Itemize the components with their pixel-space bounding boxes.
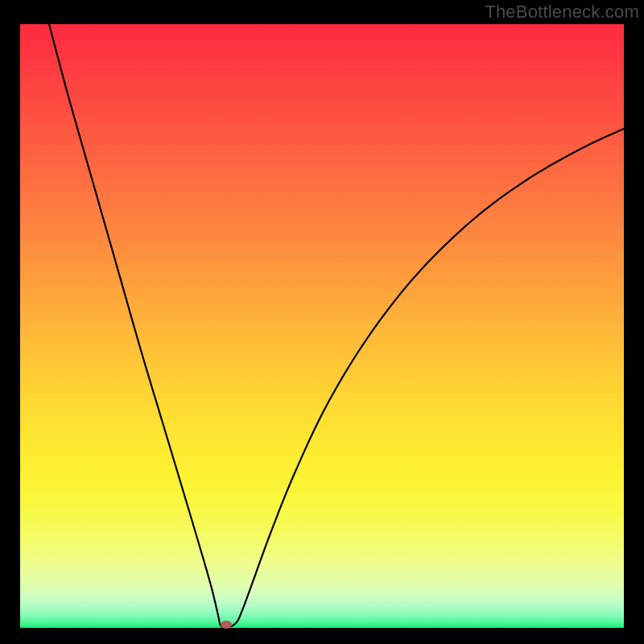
minimum-marker <box>221 621 232 629</box>
attribution-text: TheBottleneck.com <box>485 2 639 23</box>
bottleneck-chart <box>0 0 644 644</box>
plot-background <box>20 24 624 628</box>
chart-frame: TheBottleneck.com <box>0 0 644 644</box>
